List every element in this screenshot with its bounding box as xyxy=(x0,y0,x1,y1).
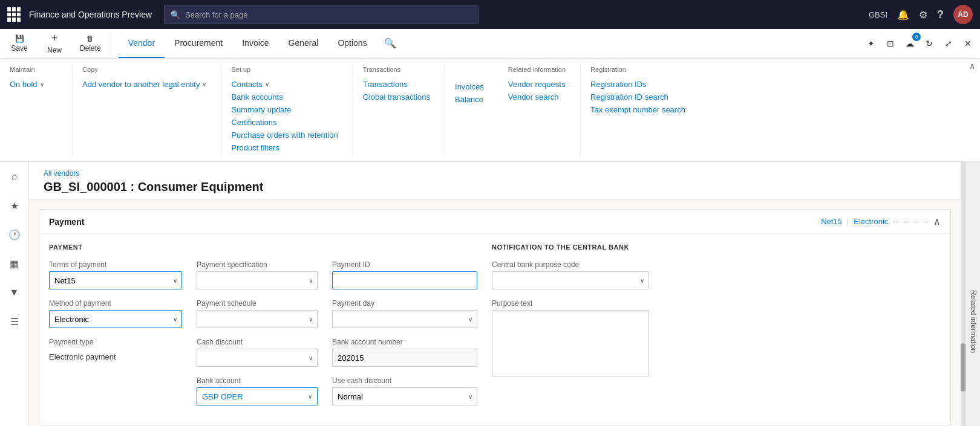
terms-of-payment-select[interactable]: Net15 xyxy=(49,271,182,289)
dropdown-item-on-hold[interactable]: On hold ∨ xyxy=(10,78,57,91)
purpose-text-area[interactable] xyxy=(492,310,649,376)
dropdown-item-vendor-search[interactable]: Vendor search xyxy=(508,91,566,103)
payment-schedule-select-wrapper[interactable]: ∨ xyxy=(197,310,318,328)
meta-link-net15[interactable]: Net15 xyxy=(821,217,842,226)
dropdown-group-maintain: Maintain On hold ∨ xyxy=(0,63,73,157)
payment-schedule-select[interactable] xyxy=(197,310,318,328)
sidebar-item-recent[interactable]: 🕐 xyxy=(5,225,24,244)
dropdown-item-certifications[interactable]: Certifications xyxy=(231,116,338,129)
dropdown-item-vendor-requests[interactable]: Vendor requests xyxy=(508,78,566,91)
method-of-payment-select-wrapper[interactable]: Electronic ∨ xyxy=(49,310,182,328)
save-button[interactable]: 💾 Save xyxy=(5,32,34,55)
terms-of-payment-select-wrapper[interactable]: Net15 ∨ xyxy=(49,271,182,289)
tab-procurement[interactable]: Procurement xyxy=(165,29,232,58)
split-view-icon[interactable]: ⊡ xyxy=(883,36,898,51)
sidebar-item-list[interactable]: ☰ xyxy=(5,312,24,331)
sidebar-item-home[interactable]: ⌂ xyxy=(5,167,24,186)
tab-vendor[interactable]: Vendor xyxy=(119,29,165,58)
user-avatar[interactable]: AD xyxy=(953,5,973,24)
id-col: Payment ID Payment day ∨ xyxy=(332,244,477,415)
dropdown-item-bank-accounts[interactable]: Bank accounts xyxy=(231,91,338,103)
dropdown-item-global-transactions[interactable]: Global transactions xyxy=(363,91,430,103)
dropdown-item-registration-id-search[interactable]: Registration ID search xyxy=(590,91,685,103)
new-button[interactable]: + New xyxy=(36,30,73,57)
bank-account-input[interactable]: GBP OPER ∨ xyxy=(197,387,318,405)
close-ribbon-icon[interactable]: ✕ xyxy=(961,36,975,51)
use-cash-discount-select[interactable]: Normal xyxy=(332,387,477,405)
scroll-thumb[interactable] xyxy=(961,343,965,392)
cash-discount-field: Cash discount ∨ xyxy=(197,338,318,367)
breadcrumb[interactable]: All vendors xyxy=(44,169,946,178)
group-title-related: Related information xyxy=(508,66,566,73)
group-title-registration: Registration xyxy=(590,66,685,73)
user-badge: GBSI xyxy=(869,10,887,19)
search-bar[interactable]: 🔍 Search for a page xyxy=(164,5,479,24)
sidebar-item-favorites[interactable]: ★ xyxy=(5,196,24,215)
scrollbar[interactable] xyxy=(961,162,965,426)
dropdown-item-purchase-orders[interactable]: Purchase orders with retention xyxy=(231,129,338,141)
payment-id-input[interactable] xyxy=(332,271,477,289)
search-icon: 🔍 xyxy=(171,10,180,19)
bank-account-value: GBP OPER xyxy=(202,392,243,401)
dropdown-item-tax-exempt-search[interactable]: Tax exempt number search xyxy=(590,103,685,116)
resize-icon[interactable]: ⤢ xyxy=(941,36,956,51)
dropdown-item-invoices[interactable]: Invoices xyxy=(455,80,484,93)
dropdown-group-setup: Set up Contacts ∨ Bank accounts Summary … xyxy=(221,63,353,157)
group-title-maintain: Maintain xyxy=(10,66,57,73)
sidebar-item-filter[interactable]: ▼ xyxy=(5,283,24,302)
chevron-down-icon: ∨ xyxy=(202,81,206,88)
dropdown-item-transactions[interactable]: Transactions xyxy=(363,78,430,91)
payment-specification-select[interactable] xyxy=(197,271,318,289)
dropdown-item-product-filters[interactable]: Product filters xyxy=(231,141,338,154)
group-title-setup: Set up xyxy=(231,66,338,73)
bank-account-field: Bank account GBP OPER ∨ xyxy=(197,376,318,405)
sparkle-icon[interactable]: ✦ xyxy=(864,36,878,51)
method-of-payment-select[interactable]: Electronic xyxy=(49,310,182,328)
form-body: PAYMENT Terms of payment Net15 ∨ Me xyxy=(39,234,950,425)
tab-invoice[interactable]: Invoice xyxy=(232,29,278,58)
payment-col: PAYMENT Terms of payment Net15 ∨ Me xyxy=(49,244,182,415)
new-icon: + xyxy=(51,32,58,45)
dropdown-item-contacts[interactable]: Contacts ∨ xyxy=(231,78,338,91)
right-sidebar-panel[interactable]: Related information xyxy=(965,162,980,426)
notification-bell-icon[interactable]: 🔔 xyxy=(897,9,909,21)
payment-day-field: Payment day ∨ xyxy=(332,299,477,328)
dropdown-item-registration-ids[interactable]: Registration IDs xyxy=(590,78,685,91)
section-header: Payment Net15 | Electronic -- -- -- -- ∧ xyxy=(39,210,950,234)
sidebar-item-workspace[interactable]: ▦ xyxy=(5,254,24,273)
dropdown-item-balance[interactable]: Balance xyxy=(455,93,484,106)
tab-general[interactable]: General xyxy=(279,29,328,58)
central-bank-purpose-code-select[interactable] xyxy=(492,271,649,289)
settings-gear-icon[interactable]: ⚙ xyxy=(919,9,927,21)
ribbon-separator xyxy=(111,33,111,54)
waffle-menu[interactable] xyxy=(7,7,22,22)
dropdown-item-add-vendor[interactable]: Add vendor to another legal entity ∨ xyxy=(82,78,206,91)
tab-options[interactable]: Options xyxy=(328,29,376,58)
cash-discount-select[interactable] xyxy=(197,349,318,367)
meta-dash-1: -- xyxy=(893,217,898,226)
refresh-icon[interactable]: ↻ xyxy=(922,36,936,51)
search-ribbon-icon[interactable]: 🔍 xyxy=(382,35,399,51)
bank-account-number-value: 202015 xyxy=(332,349,477,367)
ribbon-actions: ✦ ⊡ ☁ 0 ↻ ⤢ ✕ xyxy=(864,36,975,51)
section-collapse-button[interactable]: ∧ xyxy=(933,216,941,227)
payment-day-select[interactable] xyxy=(332,310,477,328)
central-bank-purpose-code-select-wrapper[interactable]: ∨ xyxy=(492,271,649,289)
meta-dash-4: -- xyxy=(923,217,929,226)
use-cash-discount-select-wrapper[interactable]: Normal ∨ xyxy=(332,387,477,405)
dropdown-item-summary-update[interactable]: Summary update xyxy=(231,103,338,116)
payment-day-select-wrapper[interactable]: ∨ xyxy=(332,310,477,328)
delete-button[interactable]: 🗑 Delete xyxy=(75,32,106,55)
section-meta: Net15 | Electronic -- -- -- -- ∧ xyxy=(821,216,941,227)
payment-specification-label: Payment specification xyxy=(197,260,318,269)
cash-discount-select-wrapper[interactable]: ∨ xyxy=(197,349,318,367)
cash-discount-label: Cash discount xyxy=(197,338,318,346)
central-bank-purpose-code-label: Central bank purpose code xyxy=(492,260,649,269)
save-icon: 💾 xyxy=(15,34,24,43)
payment-section: Payment Net15 | Electronic -- -- -- -- ∧… xyxy=(39,209,951,425)
help-icon[interactable]: ? xyxy=(937,8,944,21)
dropdown-collapse-button[interactable]: ∧ xyxy=(969,61,975,71)
page-title: GB_SI_000001 : Consumer Equipment xyxy=(44,180,946,194)
meta-link-electronic[interactable]: Electronic xyxy=(854,217,888,226)
payment-specification-select-wrapper[interactable]: ∨ xyxy=(197,271,318,289)
